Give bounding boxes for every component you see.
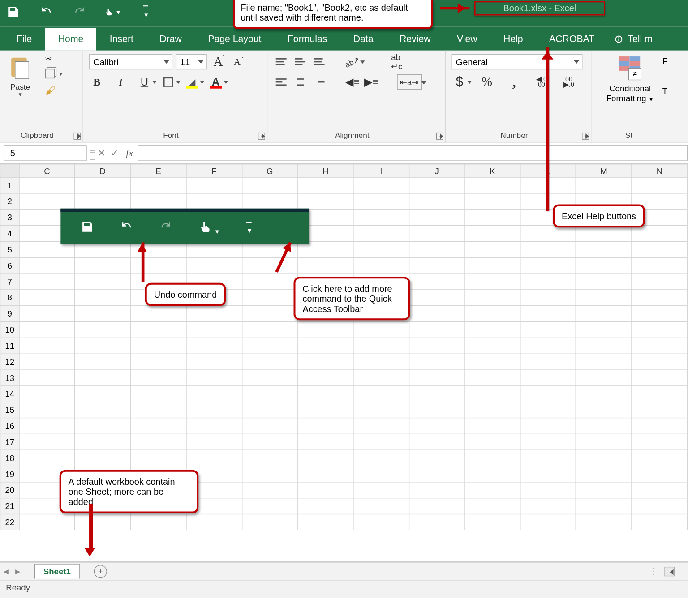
tab-bar-options[interactable]: ⋮ bbox=[649, 566, 659, 576]
cell[interactable] bbox=[353, 386, 409, 402]
cell[interactable] bbox=[297, 177, 353, 193]
cell[interactable] bbox=[75, 274, 130, 290]
cell[interactable] bbox=[520, 434, 576, 450]
cell[interactable] bbox=[464, 338, 520, 354]
row-header[interactable]: 3 bbox=[0, 210, 19, 226]
cell[interactable] bbox=[130, 193, 186, 210]
align-bottom-button[interactable] bbox=[311, 55, 327, 69]
cell[interactable] bbox=[186, 434, 242, 450]
cell[interactable] bbox=[130, 418, 186, 434]
conditional-formatting-button[interactable]: Conditional Formatting ▼ bbox=[598, 54, 663, 103]
cell[interactable] bbox=[19, 306, 75, 322]
cell[interactable] bbox=[632, 386, 687, 402]
cell[interactable] bbox=[576, 370, 632, 386]
cell[interactable] bbox=[409, 498, 464, 514]
cell[interactable] bbox=[75, 193, 130, 210]
row-header[interactable]: 20 bbox=[0, 482, 19, 498]
col-header[interactable]: N bbox=[632, 164, 687, 177]
cell[interactable] bbox=[242, 306, 297, 322]
touch-mode-icon[interactable]: ▼ bbox=[105, 4, 121, 20]
paste-button[interactable]: Paste ▼ bbox=[6, 54, 34, 98]
cell[interactable] bbox=[464, 210, 520, 226]
font-size-combo[interactable]: 11 bbox=[176, 54, 207, 70]
font-name-combo[interactable]: Calibri bbox=[89, 54, 172, 70]
cell[interactable] bbox=[19, 450, 75, 466]
enter-formula-button[interactable]: ✓ bbox=[108, 147, 121, 158]
col-header[interactable]: I bbox=[353, 164, 409, 177]
alignment-dialog-launcher[interactable] bbox=[436, 133, 443, 140]
cell[interactable] bbox=[576, 418, 632, 434]
cell[interactable] bbox=[242, 386, 297, 402]
cell[interactable] bbox=[632, 241, 687, 257]
cell[interactable] bbox=[186, 370, 242, 386]
row-header[interactable]: 22 bbox=[0, 514, 19, 530]
cell[interactable] bbox=[353, 177, 409, 193]
row-header[interactable]: 18 bbox=[0, 450, 19, 466]
tab-help[interactable]: Help bbox=[490, 28, 536, 50]
cell[interactable] bbox=[297, 257, 353, 274]
cell[interactable] bbox=[19, 418, 75, 434]
cell[interactable] bbox=[297, 514, 353, 530]
cell[interactable] bbox=[75, 434, 130, 450]
cell[interactable] bbox=[632, 354, 687, 370]
col-header[interactable]: G bbox=[242, 164, 297, 177]
cell[interactable] bbox=[464, 418, 520, 434]
cell[interactable] bbox=[464, 241, 520, 257]
cell[interactable] bbox=[576, 241, 632, 257]
cell[interactable] bbox=[75, 322, 130, 338]
cell[interactable] bbox=[130, 257, 186, 274]
cell[interactable] bbox=[409, 514, 464, 530]
borders-button[interactable] bbox=[160, 74, 176, 90]
col-header[interactable]: D bbox=[75, 164, 130, 177]
cell[interactable] bbox=[520, 514, 576, 530]
copy-button[interactable]: ▼ bbox=[45, 69, 64, 78]
cell[interactable] bbox=[353, 226, 409, 242]
align-right-button[interactable] bbox=[311, 75, 327, 89]
cell[interactable] bbox=[576, 434, 632, 450]
cell[interactable] bbox=[186, 322, 242, 338]
cell[interactable] bbox=[464, 450, 520, 466]
cell[interactable] bbox=[409, 290, 464, 306]
col-header[interactable]: H bbox=[297, 164, 353, 177]
worksheet-grid[interactable]: C D E F G H I J K L M N 1234567891011121… bbox=[0, 164, 688, 562]
cell[interactable] bbox=[130, 402, 186, 418]
cell[interactable] bbox=[130, 338, 186, 354]
cell[interactable] bbox=[632, 257, 687, 274]
row-header[interactable]: 4 bbox=[0, 226, 19, 242]
cell[interactable] bbox=[576, 177, 632, 193]
cell[interactable] bbox=[464, 354, 520, 370]
cell[interactable] bbox=[297, 434, 353, 450]
cell[interactable] bbox=[353, 210, 409, 226]
cell[interactable] bbox=[576, 386, 632, 402]
cell[interactable] bbox=[353, 338, 409, 354]
cell[interactable] bbox=[75, 338, 130, 354]
cell[interactable] bbox=[520, 306, 576, 322]
cell[interactable] bbox=[409, 177, 464, 193]
cell[interactable] bbox=[186, 193, 242, 210]
cell[interactable] bbox=[242, 466, 297, 482]
cell[interactable] bbox=[19, 290, 75, 306]
fill-color-button[interactable]: ◢ bbox=[184, 74, 200, 90]
align-left-button[interactable] bbox=[273, 75, 289, 89]
cell[interactable] bbox=[464, 274, 520, 290]
increase-indent-button[interactable]: ▶≡ bbox=[364, 74, 379, 90]
wrap-text-button[interactable]: ab↵c bbox=[391, 54, 402, 70]
cell[interactable] bbox=[464, 290, 520, 306]
row-header[interactable]: 17 bbox=[0, 434, 19, 450]
cell[interactable] bbox=[632, 402, 687, 418]
cell[interactable] bbox=[242, 434, 297, 450]
cell[interactable] bbox=[576, 354, 632, 370]
cell[interactable] bbox=[130, 514, 186, 530]
cell[interactable] bbox=[353, 418, 409, 434]
cell[interactable] bbox=[409, 257, 464, 274]
cell[interactable] bbox=[632, 274, 687, 290]
cell[interactable] bbox=[520, 418, 576, 434]
cell[interactable] bbox=[576, 257, 632, 274]
align-top-button[interactable] bbox=[273, 55, 289, 69]
cell[interactable] bbox=[576, 306, 632, 322]
cell[interactable] bbox=[19, 354, 75, 370]
hscroll-left[interactable] bbox=[664, 567, 675, 576]
cell[interactable] bbox=[186, 354, 242, 370]
cell[interactable] bbox=[464, 498, 520, 514]
cell[interactable] bbox=[75, 386, 130, 402]
